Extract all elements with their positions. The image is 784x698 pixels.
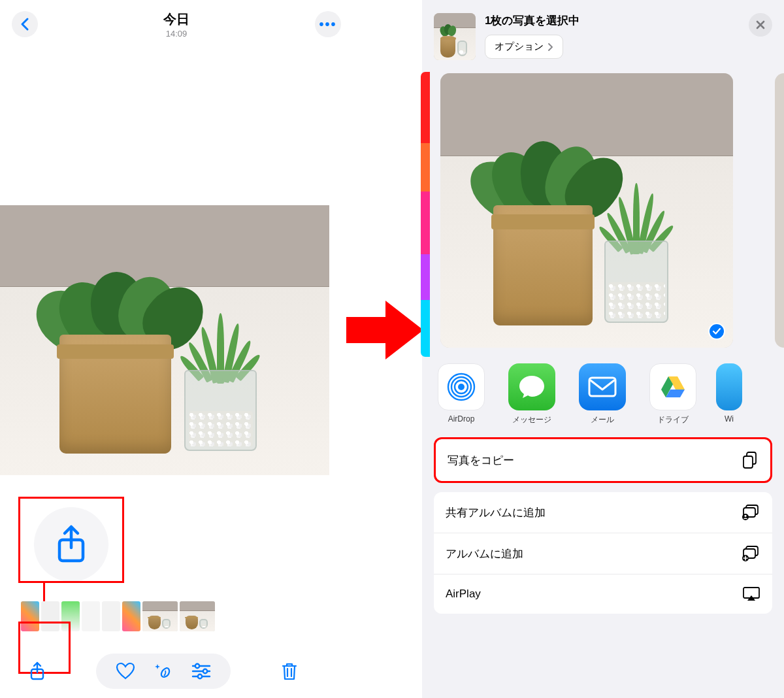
svg-point-18 — [744, 515, 746, 517]
app-label: ドライブ — [657, 414, 689, 425]
shared-album-icon — [741, 504, 760, 521]
back-button[interactable] — [12, 11, 38, 37]
share-sheet-header: 1枚の写真を選択中 オプション — [422, 0, 784, 69]
highlight-copy-action: 写真をコピー — [434, 437, 772, 483]
header-time: 14:09 — [38, 29, 315, 39]
heart-icon — [116, 662, 135, 680]
svg-point-5 — [203, 669, 207, 673]
share-sheet: 今日 1枚の写真を選択中 オプション — [422, 0, 784, 698]
sliders-icon — [191, 663, 211, 680]
svg-rect-12 — [589, 378, 615, 396]
selection-thumbnail — [434, 13, 476, 60]
chevron-right-icon — [547, 42, 553, 52]
header: 今日 14:09 ••• — [0, 0, 353, 42]
options-label: オプション — [495, 41, 544, 53]
app-label: メール — [591, 414, 614, 425]
action-label: 写真をコピー — [448, 453, 514, 468]
svg-point-17 — [742, 514, 749, 520]
sparkle-leaf-icon — [154, 661, 173, 681]
toolbar-center — [96, 654, 231, 689]
drive-icon — [659, 374, 687, 400]
share-preview[interactable] — [440, 73, 733, 348]
arrow-icon — [346, 297, 425, 363]
thumbnail-active[interactable] — [142, 601, 178, 631]
share-icon — [28, 661, 46, 682]
svg-point-3 — [195, 664, 199, 668]
header-title-area: 今日 14:09 — [38, 10, 315, 39]
share-button[interactable] — [26, 660, 48, 682]
photos-detail-view: 今日 14:09 ••• — [0, 0, 353, 698]
app-messages[interactable]: メッセージ — [504, 363, 559, 425]
action-airplay[interactable]: AirPlay — [434, 574, 772, 614]
plant-photo-illustration — [440, 73, 733, 348]
selection-title: 1枚の写真を選択中 — [485, 13, 740, 28]
trash-icon — [280, 661, 299, 681]
highlight-share-large — [18, 497, 124, 583]
app-label: AirDrop — [448, 414, 475, 424]
ellipsis-icon: ••• — [319, 17, 336, 32]
share-preview-area — [422, 73, 784, 348]
mail-icon — [587, 375, 618, 399]
selected-checkmark — [708, 323, 725, 340]
adjust-button[interactable] — [190, 660, 212, 682]
messages-icon — [517, 373, 547, 401]
thumbnail[interactable] — [102, 601, 120, 631]
action-add-album[interactable]: アルバムに追加 — [434, 533, 772, 574]
action-add-shared-album[interactable]: 共有アルバムに追加 — [434, 492, 772, 533]
app-mail[interactable]: メール — [575, 363, 630, 425]
header-title: 今日 — [38, 10, 315, 28]
favorite-button[interactable] — [114, 660, 137, 682]
app-drive[interactable]: ドライブ — [645, 363, 700, 425]
action-group: 共有アルバムに追加 アルバムに追加 Air — [434, 492, 772, 614]
copy-icon — [742, 451, 759, 469]
thumbnail[interactable] — [122, 601, 140, 631]
more-button[interactable]: ••• — [315, 11, 341, 37]
photo-preview[interactable] — [0, 205, 329, 475]
action-label: 共有アルバムに追加 — [446, 505, 546, 520]
add-album-icon — [741, 545, 760, 562]
svg-point-8 — [458, 384, 465, 390]
rainbow-edge — [421, 72, 430, 357]
bottom-toolbar — [0, 654, 327, 689]
thumbnail[interactable] — [180, 601, 215, 631]
app-airdrop[interactable]: AirDrop — [434, 363, 489, 425]
airdrop-icon — [446, 371, 477, 403]
close-button[interactable] — [749, 13, 772, 37]
check-icon — [712, 327, 721, 335]
close-icon — [755, 20, 766, 30]
app-label: メッセージ — [512, 414, 551, 425]
share-apps-row[interactable]: AirDrop メッセージ メール ドライブ — [422, 348, 784, 431]
svg-rect-14 — [743, 456, 753, 468]
thumbnail[interactable] — [82, 601, 100, 631]
app-label: Wi — [725, 414, 734, 424]
options-button[interactable]: オプション — [485, 35, 563, 59]
delete-button[interactable] — [278, 660, 301, 682]
selection-info: 1枚の写真を選択中 オプション — [485, 13, 740, 59]
enhance-button[interactable] — [152, 660, 174, 682]
action-label: アルバムに追加 — [446, 546, 523, 561]
chevron-left-icon — [20, 17, 30, 31]
action-label: AirPlay — [446, 588, 481, 601]
action-list: 写真をコピー 共有アルバムに追加 アルバムに追加 — [422, 431, 784, 614]
action-copy-photo[interactable]: 写真をコピー — [436, 439, 770, 481]
plant-photo-illustration — [0, 205, 329, 475]
share-preview-next[interactable] — [775, 73, 784, 348]
app-partial[interactable]: Wi — [716, 363, 742, 425]
airplay-icon — [742, 586, 760, 602]
svg-point-7 — [198, 674, 202, 678]
